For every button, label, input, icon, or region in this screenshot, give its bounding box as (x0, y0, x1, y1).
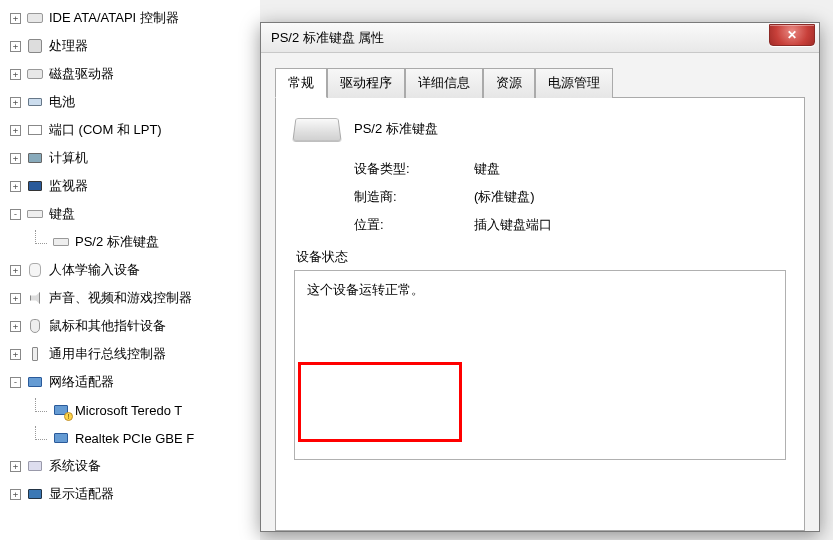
tree-item-usb[interactable]: + 通用串行总线控制器 (0, 340, 260, 368)
status-textbox[interactable]: 这个设备运转正常。 (294, 270, 786, 460)
tree-item-battery[interactable]: + 电池 (0, 88, 260, 116)
tree-item-ps2-keyboard[interactable]: PS/2 标准键盘 (0, 228, 260, 256)
tree-label: 人体学输入设备 (49, 261, 140, 279)
expand-toggle[interactable]: + (10, 293, 21, 304)
tree-connector (35, 398, 47, 412)
tab-driver[interactable]: 驱动程序 (327, 68, 405, 98)
tab-strip: 常规 驱动程序 详细信息 资源 电源管理 (275, 67, 805, 97)
tree-item-computer[interactable]: + 计算机 (0, 144, 260, 172)
close-button[interactable]: ✕ (769, 24, 815, 46)
tree-label: 鼠标和其他指针设备 (49, 317, 166, 335)
device-status-group: 设备状态 这个设备运转正常。 (294, 248, 786, 460)
tree-item-cpu[interactable]: + 处理器 (0, 32, 260, 60)
prop-value: 键盘 (474, 160, 500, 178)
tab-general[interactable]: 常规 (275, 68, 327, 98)
tree-label: Realtek PCIe GBE F (75, 431, 194, 446)
status-label: 设备状态 (294, 248, 350, 266)
tree-connector (35, 230, 47, 244)
titlebar[interactable]: PS/2 标准键盘 属性 ✕ (261, 23, 819, 53)
tab-resources[interactable]: 资源 (483, 68, 535, 98)
expand-toggle[interactable]: + (10, 13, 21, 24)
expand-toggle[interactable]: + (10, 321, 21, 332)
hid-icon (25, 261, 45, 279)
device-header: PS/2 标准键盘 (294, 116, 786, 142)
network-icon (51, 429, 71, 447)
prop-row-location: 位置: 插入键盘端口 (354, 216, 786, 234)
tree-label: IDE ATA/ATAPI 控制器 (49, 9, 179, 27)
usb-icon (25, 345, 45, 363)
warning-badge-icon: ! (64, 412, 73, 421)
tree-label: 通用串行总线控制器 (49, 345, 166, 363)
dialog-title: PS/2 标准键盘 属性 (271, 29, 769, 47)
tree-item-display[interactable]: + 显示适配器 (0, 480, 260, 508)
computer-icon (25, 149, 45, 167)
expand-toggle[interactable]: + (10, 69, 21, 80)
dialog-body: 常规 驱动程序 详细信息 资源 电源管理 PS/2 标准键盘 设备类型: 键盘 … (261, 53, 819, 531)
keyboard-icon (25, 205, 45, 223)
prop-value: (标准键盘) (474, 188, 535, 206)
tree-label: 系统设备 (49, 457, 101, 475)
tree-item-system[interactable]: + 系统设备 (0, 452, 260, 480)
cpu-icon (25, 37, 45, 55)
network-icon: ! (51, 401, 71, 419)
tree-label: 声音、视频和游戏控制器 (49, 289, 192, 307)
tree-item-mouse[interactable]: + 鼠标和其他指针设备 (0, 312, 260, 340)
keyboard-device-icon (292, 118, 341, 142)
prop-key: 设备类型: (354, 160, 474, 178)
tree-item-ports[interactable]: + 端口 (COM 和 LPT) (0, 116, 260, 144)
close-icon: ✕ (787, 28, 797, 42)
expand-toggle[interactable]: + (10, 265, 21, 276)
device-properties: 设备类型: 键盘 制造商: (标准键盘) 位置: 插入键盘端口 (354, 160, 786, 234)
disk-icon (25, 65, 45, 83)
drive-icon (25, 9, 45, 27)
tree-label: Microsoft Teredo T (75, 403, 182, 418)
tree-item-network[interactable]: - 网络适配器 (0, 368, 260, 396)
collapse-toggle[interactable]: - (10, 377, 21, 388)
tree-label: 计算机 (49, 149, 88, 167)
collapse-toggle[interactable]: - (10, 209, 21, 220)
tree-label: 键盘 (49, 205, 75, 223)
expand-toggle[interactable]: + (10, 97, 21, 108)
tab-panel-general: PS/2 标准键盘 设备类型: 键盘 制造商: (标准键盘) 位置: 插入键盘端… (275, 97, 805, 531)
status-text: 这个设备运转正常。 (307, 282, 424, 297)
sound-icon (25, 289, 45, 307)
prop-key: 位置: (354, 216, 474, 234)
device-name: PS/2 标准键盘 (354, 120, 438, 138)
expand-toggle[interactable]: + (10, 153, 21, 164)
expand-toggle[interactable]: + (10, 489, 21, 500)
prop-row-type: 设备类型: 键盘 (354, 160, 786, 178)
tree-item-disk[interactable]: + 磁盘驱动器 (0, 60, 260, 88)
tree-label: 网络适配器 (49, 373, 114, 391)
tree-label: 磁盘驱动器 (49, 65, 114, 83)
keyboard-icon (51, 233, 71, 251)
expand-toggle[interactable]: + (10, 461, 21, 472)
expand-toggle[interactable]: + (10, 181, 21, 192)
tree-item-keyboard[interactable]: - 键盘 (0, 200, 260, 228)
network-icon (25, 373, 45, 391)
tree-label: PS/2 标准键盘 (75, 233, 159, 251)
tree-item-realtek[interactable]: Realtek PCIe GBE F (0, 424, 260, 452)
battery-icon (25, 93, 45, 111)
display-icon (25, 485, 45, 503)
prop-row-manufacturer: 制造商: (标准键盘) (354, 188, 786, 206)
monitor-icon (25, 177, 45, 195)
tree-item-teredo[interactable]: ! Microsoft Teredo T (0, 396, 260, 424)
expand-toggle[interactable]: + (10, 125, 21, 136)
system-icon (25, 457, 45, 475)
tab-power[interactable]: 电源管理 (535, 68, 613, 98)
tree-connector (35, 426, 47, 440)
tree-label: 端口 (COM 和 LPT) (49, 121, 162, 139)
tree-item-sound[interactable]: + 声音、视频和游戏控制器 (0, 284, 260, 312)
tree-label: 监视器 (49, 177, 88, 195)
device-tree[interactable]: + IDE ATA/ATAPI 控制器 + 处理器 + 磁盘驱动器 + 电池 +… (0, 0, 260, 540)
tree-label: 显示适配器 (49, 485, 114, 503)
expand-toggle[interactable]: + (10, 41, 21, 52)
tree-item-ide[interactable]: + IDE ATA/ATAPI 控制器 (0, 4, 260, 32)
prop-key: 制造商: (354, 188, 474, 206)
expand-toggle[interactable]: + (10, 349, 21, 360)
tab-details[interactable]: 详细信息 (405, 68, 483, 98)
tree-item-hid[interactable]: + 人体学输入设备 (0, 256, 260, 284)
tree-item-monitor[interactable]: + 监视器 (0, 172, 260, 200)
prop-value: 插入键盘端口 (474, 216, 552, 234)
properties-dialog: PS/2 标准键盘 属性 ✕ 常规 驱动程序 详细信息 资源 电源管理 PS/2… (260, 22, 820, 532)
